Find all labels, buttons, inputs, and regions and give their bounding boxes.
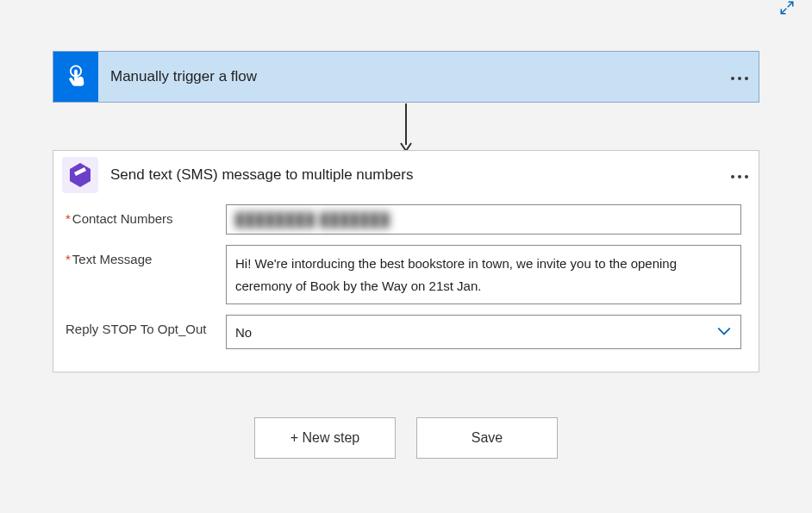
action-header[interactable]: Send text (SMS) message to multiple numb…: [53, 151, 759, 199]
trigger-title: Manually trigger a flow: [98, 68, 721, 85]
field-label: Reply STOP To Opt_Out: [66, 315, 226, 336]
field-label: *Text Message: [66, 245, 226, 266]
action-icon-box: [62, 157, 98, 193]
field-label: *Contact Numbers: [66, 204, 226, 226]
txtsync-icon: [66, 160, 95, 190]
required-marker: *: [66, 252, 71, 266]
flow-connector-arrow: [400, 103, 412, 153]
field-row-contact-numbers: *Contact Numbers ████████ ███████: [53, 199, 759, 240]
field-row-text-message: *Text Message Hi! We're intorducing the …: [53, 240, 759, 310]
ellipsis-icon: [731, 175, 734, 178]
action-title: Send text (SMS) message to multiple numb…: [98, 166, 721, 184]
designer-footer: + New step Save: [0, 417, 812, 459]
ellipsis-icon: [731, 77, 734, 80]
contact-numbers-input[interactable]: ████████ ███████: [226, 204, 741, 235]
trigger-card[interactable]: Manually trigger a flow: [53, 51, 759, 103]
label-text: Text Message: [72, 252, 153, 266]
expand-icon[interactable]: [779, 0, 795, 16]
flow-designer-canvas: Manually trigger a flow Send text (SMS) …: [0, 0, 812, 513]
action-card: Send text (SMS) message to multiple numb…: [53, 150, 759, 372]
save-button[interactable]: Save: [416, 417, 558, 459]
text-message-input[interactable]: Hi! We're intorducing the best bookstore…: [226, 245, 741, 304]
touch-pointer-icon: [63, 64, 89, 90]
label-text: Contact Numbers: [72, 211, 173, 226]
trigger-icon-box: [53, 52, 98, 102]
new-step-button[interactable]: + New step: [254, 417, 396, 459]
field-row-reply-stop: Reply STOP To Opt_Out No: [53, 310, 759, 354]
reply-stop-select[interactable]: No: [226, 315, 741, 349]
required-marker: *: [66, 211, 71, 226]
trigger-menu-button[interactable]: [721, 70, 759, 84]
action-menu-button[interactable]: [721, 168, 759, 183]
select-value: No: [235, 325, 716, 340]
chevron-down-icon: [716, 323, 732, 341]
